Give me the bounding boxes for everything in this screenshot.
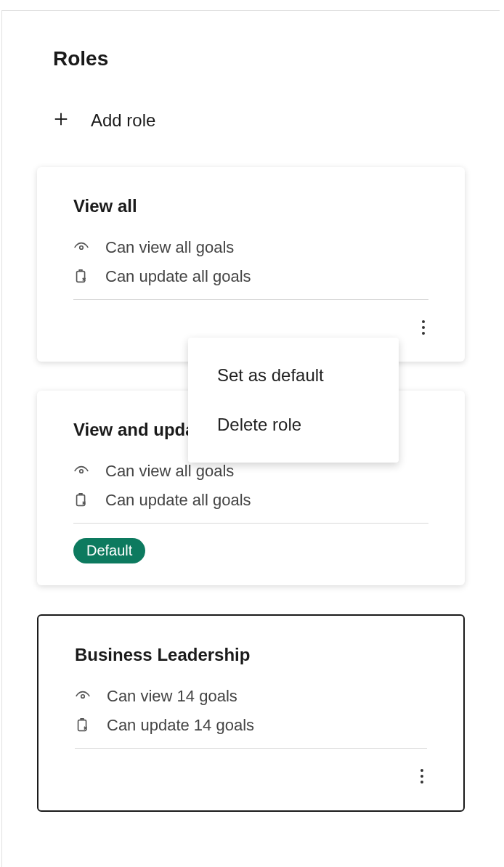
add-role-button[interactable]: Add role (53, 110, 500, 131)
svg-point-4 (422, 320, 425, 323)
role-card[interactable]: View all Can view all goals Can update a… (37, 167, 465, 362)
eye-icon (73, 463, 89, 479)
eye-icon (73, 240, 89, 256)
divider (73, 523, 428, 524)
role-card[interactable]: Business Leadership Can view 14 goals Ca… (37, 614, 465, 812)
permission-update-label: Can update all goals (105, 267, 251, 286)
svg-point-6 (422, 332, 425, 335)
menu-item-set-default[interactable]: Set as default (188, 351, 399, 400)
permission-view-label: Can view 14 goals (107, 687, 237, 706)
divider (73, 299, 428, 300)
svg-point-11 (420, 769, 423, 772)
permission-view-label: Can view all goals (105, 238, 234, 257)
permission-update-label: Can update all goals (105, 491, 251, 510)
permission-row: Can view 14 goals (75, 687, 427, 706)
permission-row: Can view all goals (73, 462, 428, 481)
card-footer (75, 760, 427, 792)
menu-item-delete-role[interactable]: Delete role (188, 400, 399, 449)
permission-row: Can view all goals (73, 238, 428, 257)
card-footer: Default (73, 534, 428, 567)
clipboard-edit-icon (73, 269, 89, 285)
permission-view-label: Can view all goals (105, 462, 234, 481)
role-card-title: View all (73, 196, 428, 216)
svg-point-13 (420, 781, 423, 783)
permission-row: Can update all goals (73, 491, 428, 510)
permission-update-label: Can update 14 goals (107, 716, 254, 735)
svg-point-12 (420, 775, 423, 778)
role-card-title: Business Leadership (75, 645, 427, 665)
svg-point-7 (80, 470, 84, 473)
clipboard-edit-icon (75, 717, 91, 733)
svg-point-9 (81, 695, 85, 699)
context-menu: Set as default Delete role (188, 338, 399, 463)
plus-icon (53, 111, 69, 130)
default-badge: Default (73, 538, 145, 563)
divider (75, 748, 427, 749)
permission-row: Can update 14 goals (75, 716, 427, 735)
more-options-button[interactable] (417, 763, 427, 789)
eye-icon (75, 688, 91, 704)
svg-point-2 (80, 246, 84, 250)
svg-point-5 (422, 326, 425, 329)
permission-row: Can update all goals (73, 267, 428, 286)
page-title: Roles (53, 47, 500, 70)
more-options-button[interactable] (418, 314, 428, 341)
clipboard-edit-icon (73, 492, 89, 508)
add-role-label: Add role (91, 110, 155, 131)
roles-panel: Roles Add role View all Can view all goa… (1, 10, 500, 867)
